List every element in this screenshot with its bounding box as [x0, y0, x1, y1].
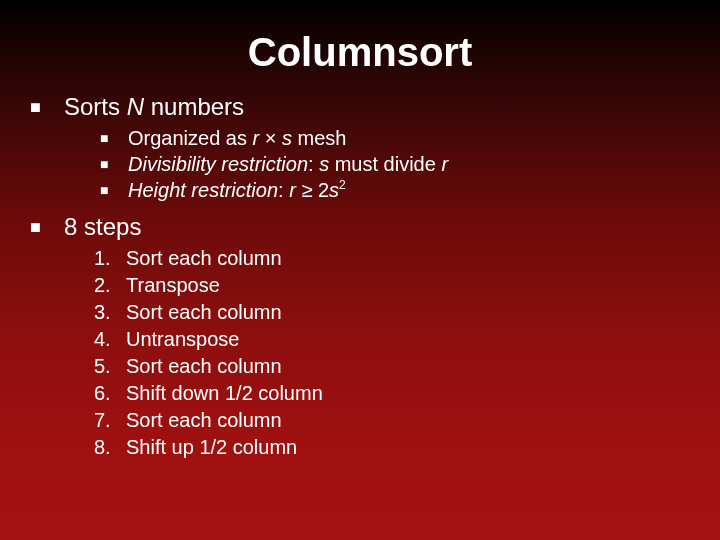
sub-bullet-height: ■ Height restriction: r ≥ 2s2 [100, 177, 690, 203]
sub-bullet-divisibility: ■ Divisibility restriction: s must divid… [100, 151, 690, 177]
step-text: Shift down 1/2 column [126, 380, 323, 407]
step-num: 3. [94, 299, 126, 326]
text: Sorts [64, 93, 127, 120]
step-num: 1. [94, 245, 126, 272]
text: numbers [144, 93, 244, 120]
step-item: 3.Sort each column [94, 299, 690, 326]
step-item: 7.Sort each column [94, 407, 690, 434]
square-bullet-icon: ■ [100, 151, 128, 173]
step-item: 5.Sort each column [94, 353, 690, 380]
step-num: 2. [94, 272, 126, 299]
step-num: 5. [94, 353, 126, 380]
step-num: 6. [94, 380, 126, 407]
var-r: r [441, 153, 448, 175]
var-s: s [282, 127, 292, 149]
sub-text: Divisibility restriction: s must divide … [128, 151, 448, 177]
bullet-text: 8 steps [64, 213, 141, 241]
step-text: Sort each column [126, 245, 282, 272]
sep: : [278, 179, 289, 201]
step-item: 1.Sort each column [94, 245, 690, 272]
sub-bullet-list: ■ Organized as r × s mesh ■ Divisibility… [100, 125, 690, 203]
step-text: Untranspose [126, 326, 239, 353]
step-text: Sort each column [126, 299, 282, 326]
step-item: 4.Untranspose [94, 326, 690, 353]
step-text: Sort each column [126, 353, 282, 380]
exp: 2 [339, 178, 346, 192]
step-item: 8.Shift up 1/2 column [94, 434, 690, 461]
var-n: N [127, 93, 144, 120]
text: must divide [329, 153, 441, 175]
text: mesh [292, 127, 346, 149]
step-num: 8. [94, 434, 126, 461]
step-text: Shift up 1/2 column [126, 434, 297, 461]
step-text: Transpose [126, 272, 220, 299]
step-num: 4. [94, 326, 126, 353]
var-r: r [289, 179, 296, 201]
times: × [259, 127, 282, 149]
step-item: 2.Transpose [94, 272, 690, 299]
slide: Columnsort ■ Sorts N numbers ■ Organized… [0, 0, 720, 461]
sep: : [308, 153, 319, 175]
sub-bullet-organized: ■ Organized as r × s mesh [100, 125, 690, 151]
step-text: Sort each column [126, 407, 282, 434]
var-s: s [329, 179, 339, 201]
rel: ≥ 2 [296, 179, 329, 201]
square-bullet-icon: ■ [30, 213, 64, 238]
bullet-8-steps: ■ 8 steps [30, 213, 690, 241]
bullet-text: Sorts N numbers [64, 93, 244, 121]
step-num: 7. [94, 407, 126, 434]
square-bullet-icon: ■ [100, 177, 128, 199]
sub-text: Organized as r × s mesh [128, 125, 346, 151]
sub-text: Height restriction: r ≥ 2s2 [128, 177, 346, 203]
numbered-steps-list: 1.Sort each column 2.Transpose 3.Sort ea… [94, 245, 690, 461]
var-s: s [319, 153, 329, 175]
step-item: 6.Shift down 1/2 column [94, 380, 690, 407]
label: Height restriction [128, 179, 278, 201]
slide-title: Columnsort [30, 30, 690, 75]
square-bullet-icon: ■ [100, 125, 128, 147]
square-bullet-icon: ■ [30, 93, 64, 118]
bullet-sorts-n: ■ Sorts N numbers [30, 93, 690, 121]
text: Organized as [128, 127, 253, 149]
label: Divisibility restriction [128, 153, 308, 175]
